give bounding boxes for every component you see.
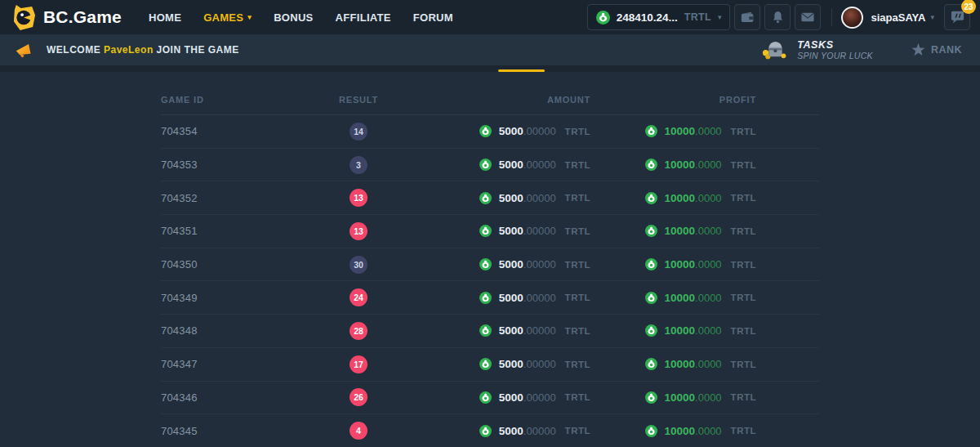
- profit-cell: 10000.0000 TRTL: [604, 391, 819, 404]
- result-cell: 28: [329, 322, 388, 340]
- brand-name: BC.Game: [43, 7, 122, 27]
- wallet-button[interactable]: [734, 4, 760, 30]
- nav-bonus[interactable]: BONUS: [274, 11, 313, 24]
- profit-cell: 10000.0000 TRTL: [604, 192, 819, 204]
- profit-cell: 10000.0000 TRTL: [604, 358, 819, 370]
- nav-affiliate[interactable]: AFFILIATE: [336, 11, 391, 24]
- profit-currency: TRTL: [731, 426, 756, 436]
- amount-fraction: .00000: [523, 292, 556, 304]
- profit-cell: 10000.0000 TRTL: [604, 425, 819, 437]
- profit-currency: TRTL: [731, 160, 756, 170]
- rank-link[interactable]: RANK: [911, 43, 962, 56]
- tab-strip: [0, 65, 980, 72]
- coin-trtl-icon: [479, 159, 492, 171]
- profit-currency: TRTL: [731, 392, 756, 402]
- nav-games[interactable]: GAMES ▾: [203, 11, 252, 24]
- bell-icon: [772, 11, 784, 24]
- chevron-down-icon: ▾: [930, 14, 934, 21]
- star-icon: [911, 43, 925, 56]
- game-id-cell: 704348: [161, 324, 329, 337]
- profit-value: 10000: [665, 391, 696, 404]
- messages-button[interactable]: [795, 4, 821, 30]
- brand-logo-icon: [12, 4, 36, 31]
- welcome-username[interactable]: PaveLeon: [104, 44, 154, 56]
- profit-currency: TRTL: [731, 260, 756, 270]
- amount-fraction: .00000: [523, 425, 556, 437]
- profit-fraction: .0000: [695, 192, 722, 204]
- table-row[interactable]: 704345 4 5000.00000 TRTL: [161, 414, 819, 447]
- profit-fraction: .0000: [695, 324, 722, 337]
- table-row[interactable]: 704347 17 5000.00000 TRTL: [161, 348, 819, 382]
- table-row[interactable]: 704353 3 5000.00000 TRTL: [161, 149, 819, 182]
- table-row[interactable]: 704349 24 5000.00000 TRTL: [161, 281, 819, 315]
- profit-value: 10000: [665, 192, 696, 204]
- table-row[interactable]: 704351 13 5000.00000 TRTL: [161, 215, 819, 248]
- amount-cell: 5000.00000 TRTL: [388, 292, 604, 304]
- notifications-button[interactable]: [764, 4, 791, 30]
- balance-selector[interactable]: 248410.24... TRTL ▾: [587, 4, 731, 30]
- coin-trtl-icon: [645, 192, 657, 204]
- game-id-cell: 704350: [161, 258, 329, 270]
- table-row[interactable]: 704354 14 5000.00000 TRTL: [161, 115, 819, 149]
- game-id-cell: 704346: [161, 391, 329, 404]
- profit-currency: TRTL: [731, 293, 756, 302]
- amount-currency: TRTL: [565, 293, 590, 302]
- balance-currency: TRTL: [684, 11, 711, 23]
- table-row[interactable]: 704346 26 5000.00000 TRTL: [161, 382, 819, 415]
- table-header-row: GAME ID RESULT AMOUNT PROFIT: [161, 84, 819, 115]
- nav-home[interactable]: HOME: [149, 11, 181, 24]
- amount-currency: TRTL: [565, 127, 590, 136]
- game-id-cell: 704347: [161, 358, 329, 370]
- rank-label: RANK: [931, 44, 962, 56]
- coin-trtl-icon: [479, 358, 492, 370]
- amount-value: 5000: [499, 225, 523, 237]
- welcome-banner: WELCOME PaveLeon JOIN THE GAME TASKS SP: [0, 34, 980, 65]
- result-badge: 3: [350, 156, 368, 174]
- profit-fraction: .0000: [695, 258, 722, 270]
- envelope-icon: [801, 12, 814, 22]
- username[interactable]: siapaSAYA: [871, 11, 925, 24]
- amount-fraction: .00000: [523, 225, 556, 237]
- amount-fraction: .00000: [523, 324, 556, 337]
- amount-currency: TRTL: [565, 260, 590, 270]
- profit-value: 10000: [665, 292, 696, 304]
- chat-button[interactable]: 23: [944, 4, 970, 30]
- avatar[interactable]: [841, 7, 863, 29]
- coin-trtl-icon: [479, 292, 492, 304]
- profit-currency: TRTL: [731, 326, 756, 336]
- amount-value: 5000: [499, 358, 523, 370]
- header-amount: AMOUNT: [388, 95, 604, 105]
- active-tab-indicator[interactable]: [498, 69, 545, 72]
- amount-currency: TRTL: [565, 160, 590, 170]
- nav-forum[interactable]: FORUM: [413, 11, 453, 24]
- amount-value: 5000: [499, 258, 523, 270]
- game-id-cell: 704352: [161, 192, 329, 204]
- game-id-cell: 704349: [161, 292, 329, 304]
- header-game-id: GAME ID: [161, 95, 329, 105]
- header-result: RESULT: [329, 95, 388, 105]
- amount-cell: 5000.00000 TRTL: [388, 391, 604, 404]
- brand-logo[interactable]: BC.Game: [0, 4, 122, 31]
- coin-trtl-icon: [479, 391, 492, 404]
- game-id-cell: 704345: [161, 425, 329, 437]
- profit-fraction: .0000: [695, 391, 722, 404]
- amount-currency: TRTL: [565, 426, 590, 436]
- coin-trtl-icon: [479, 192, 492, 204]
- welcome-message: WELCOME PaveLeon JOIN THE GAME: [0, 42, 239, 58]
- table-row[interactable]: 704350 30 5000.00000 TRTL: [161, 248, 819, 282]
- profit-currency: TRTL: [731, 360, 756, 369]
- game-id-cell: 704353: [161, 159, 329, 171]
- table-row[interactable]: 704348 28 5000.00000 TRTL: [161, 315, 819, 348]
- coin-trtl-icon: [645, 125, 657, 137]
- coin-trtl-icon: [645, 391, 657, 404]
- amount-currency: TRTL: [565, 360, 590, 369]
- amount-value: 5000: [499, 425, 523, 437]
- profit-fraction: .0000: [695, 125, 722, 137]
- result-cell: 26: [329, 388, 388, 406]
- coin-trtl-icon: [645, 159, 657, 171]
- table-row[interactable]: 704352 13 5000.00000 TRTL: [161, 181, 819, 215]
- tasks-link[interactable]: TASKS SPIN YOUR LUCK: [762, 39, 873, 60]
- bets-table: GAME ID RESULT AMOUNT PROFIT 704354 14 5…: [161, 84, 819, 447]
- coin-trtl-icon: [479, 125, 492, 137]
- amount-cell: 5000.00000 TRTL: [388, 324, 604, 337]
